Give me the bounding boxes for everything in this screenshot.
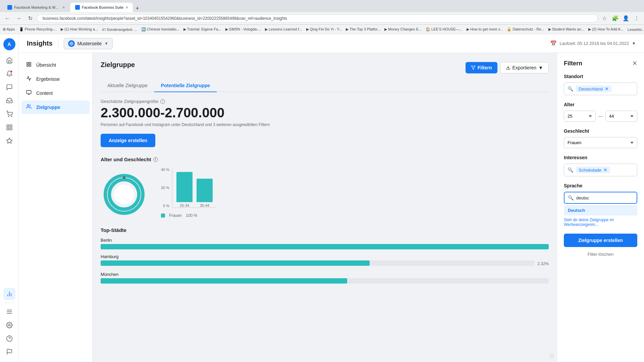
top-header: Insights Musterseite ▼ 📅 Laufzeit: 05.12…: [19, 34, 644, 53]
nav-item-zielgruppe[interactable]: Zielgruppe: [21, 101, 90, 114]
cities-list: Berlin Hamburg 2.32%: [101, 238, 549, 284]
interessen-tag-remove[interactable]: ✕: [603, 167, 607, 173]
bookmark-13[interactable]: 🔒 Datenschutz - Re...: [507, 27, 544, 32]
sprache-suggestion[interactable]: Deutsch: [564, 205, 637, 216]
bookmark-4[interactable]: 🔤 Chinese translatio...: [141, 27, 179, 32]
bookmark-16[interactable]: Lesselisi...: [628, 27, 644, 32]
tab2-close[interactable]: ×: [125, 5, 128, 10]
geschlecht-select[interactable]: Frauen: [564, 137, 637, 148]
bookmark-8[interactable]: ▶ Qing Fei De Yi - Y...: [306, 27, 342, 32]
standort-search-box[interactable]: 🔍 Deutschland ✕: [564, 82, 637, 95]
browser-chrome: Facebook Marketing & Werb... × Facebook …: [0, 0, 644, 12]
bookmark-7[interactable]: ▶ Lessons Learned f...: [265, 27, 302, 32]
city-pct-hamburg: 2.32%: [537, 261, 549, 266]
sidebar-alert-icon[interactable]: [3, 68, 15, 80]
export-button[interactable]: Exportieren ▼: [500, 62, 549, 73]
nav-sidebar: Übersicht Ergebnisse Content: [19, 53, 93, 362]
left-sidebar: A: [0, 34, 19, 362]
age-min-select[interactable]: 25: [564, 111, 596, 122]
legend-dot: [161, 214, 165, 218]
y-label-40: 40 %: [161, 168, 169, 172]
bar-25-34: [176, 172, 193, 202]
city-name-muenchen: München: [101, 272, 549, 277]
filter-close-button[interactable]: ✕: [632, 60, 637, 67]
page-selector[interactable]: Musterseite ▼: [64, 38, 113, 49]
bookmark-5[interactable]: ▶ Tutorial: Eigene Fa...: [183, 27, 221, 32]
bookmark-14[interactable]: ▶ Student Wants an...: [548, 27, 584, 32]
bookmark-2[interactable]: ▶ (1) How Working a...: [61, 27, 98, 32]
sprache-search-box[interactable]: 🔍: [564, 192, 637, 204]
svg-rect-24: [26, 90, 31, 94]
sidebar-settings-icon[interactable]: [3, 319, 15, 331]
sidebar-menu-icon[interactable]: [3, 306, 15, 318]
nav-zielgruppe-label: Zielgruppe: [36, 105, 60, 110]
interessen-label: Interessen: [564, 155, 637, 160]
filter-section-sprache: Sprache 🔍 Deutsch Sieh dir deine Zielgru…: [564, 183, 637, 227]
donut-chart: [101, 171, 148, 218]
insights-title: Insights: [27, 40, 53, 47]
reload-button[interactable]: ↻: [25, 14, 35, 23]
address-bar[interactable]: business.facebook.com/latest/insights/pe…: [37, 14, 598, 22]
sprache-search-icon: 🔍: [568, 195, 574, 200]
menu-button[interactable]: ⋮: [632, 14, 641, 23]
tab-potenzielle[interactable]: Potentielle Zielgruppe: [154, 79, 217, 92]
audience-size-info-icon[interactable]: i: [160, 99, 165, 104]
back-button[interactable]: ←: [3, 14, 12, 23]
extensions-button[interactable]: 🧩: [610, 14, 620, 23]
forward-button[interactable]: →: [14, 14, 23, 23]
svg-marker-7: [6, 138, 12, 143]
bookmark-3[interactable]: 🏷 Sonderangebot: ...: [102, 27, 137, 32]
chart-info-icon[interactable]: i: [153, 157, 158, 162]
create-audience-button[interactable]: Zielgruppe erstellen: [564, 234, 637, 247]
tab1-favicon: [7, 5, 12, 10]
sidebar-star-icon[interactable]: [3, 135, 15, 147]
bookmark-9[interactable]: ▶ The Top 3 Platfor...: [346, 27, 380, 32]
new-tab-button[interactable]: +: [133, 5, 141, 12]
age-range: 25 — 44: [564, 111, 637, 122]
tab-aktuelle[interactable]: Aktuelle Zielgruppe: [101, 79, 154, 92]
content-icon: [25, 90, 32, 97]
sidebar-home-icon[interactable]: [3, 54, 15, 66]
sidebar-chat-icon[interactable]: [3, 81, 15, 93]
svg-point-1: [8, 116, 9, 117]
tab1-title: Facebook Marketing & Werb...: [14, 5, 60, 9]
sidebar-grid-icon[interactable]: [3, 121, 15, 133]
sidebar-help-icon[interactable]: [3, 333, 15, 345]
interessen-search-box[interactable]: 🔍 Schokolade ✕: [564, 164, 637, 176]
main-content: Zielgruppe Filtern Exportieren ▼: [93, 53, 557, 362]
address-text: business.facebook.com/latest/insights/pe…: [43, 16, 592, 21]
sprache-input[interactable]: [576, 195, 633, 200]
sidebar-flag-icon[interactable]: [3, 346, 15, 358]
interessen-search-icon: 🔍: [568, 167, 573, 173]
profile-button[interactable]: 👤: [621, 14, 631, 23]
bookmark-15[interactable]: ▶ (2) How To Add A...: [588, 27, 624, 32]
bookmark-6[interactable]: ▶ GMSN - Vologda-...: [225, 27, 261, 32]
city-bar-track-hamburg: [101, 260, 535, 266]
standort-label: Standort: [564, 74, 637, 79]
filter-button[interactable]: Filtern: [466, 62, 497, 73]
bookmark-11[interactable]: 🏠 LEE'S HOUSE—...: [426, 27, 463, 32]
nav-item-content[interactable]: Content: [21, 86, 90, 100]
resize-handle[interactable]: ⊡: [550, 353, 554, 359]
page-name: Musterseite: [77, 41, 102, 46]
create-ad-button[interactable]: Anzeige erstellen: [101, 134, 155, 147]
sidebar-analytics-icon[interactable]: [3, 288, 15, 300]
bar-group-2: 35-44: [197, 179, 213, 207]
sprache-suggestion-link[interactable]: Sieh dir deine Zielgruppe im Werbeanzeig…: [564, 218, 637, 227]
bookmark-button[interactable]: ☆: [600, 14, 609, 23]
bar-chart: 40 % 20 % 0 % 25-34: [161, 168, 549, 218]
browser-tab-1[interactable]: Facebook Marketing & Werb... ×: [3, 3, 70, 12]
tab1-close[interactable]: ×: [62, 5, 65, 10]
sidebar-cart-icon[interactable]: [3, 108, 15, 120]
bookmark-10[interactable]: ▶ Money Changes E...: [384, 27, 422, 32]
nav-item-ergebnisse[interactable]: Ergebnisse: [21, 72, 90, 86]
bookmark-12[interactable]: ▶ How to get more v...: [467, 27, 503, 32]
browser-tab-2[interactable]: Facebook Business Suite ×: [70, 3, 133, 12]
filter-clear-button[interactable]: Filter löschen: [564, 250, 637, 258]
nav-item-uebersicht[interactable]: Übersicht: [21, 58, 90, 72]
sidebar-inbox-icon[interactable]: [3, 95, 15, 107]
bar-label-2: 35-44: [200, 203, 209, 207]
age-max-select[interactable]: 44: [605, 111, 637, 122]
bookmark-1[interactable]: 📱 Phone Recycling-...: [19, 27, 57, 32]
standort-tag-remove[interactable]: ✕: [605, 86, 609, 92]
